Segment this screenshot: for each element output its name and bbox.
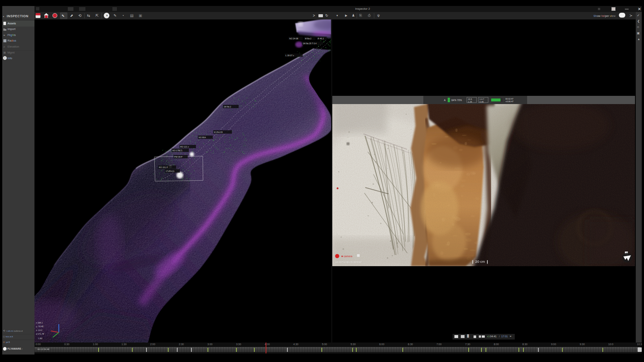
svg-text:23.5: 23.5	[468, 98, 472, 100]
svg-text:x 196.1: x 196.1	[36, 322, 43, 324]
svg-text:1.25: 1.25	[468, 101, 472, 103]
svg-text:PW 09-P: PW 09-P	[174, 156, 182, 158]
svg-text:A4 157°11'38.1"E 36°4'32": A4 157°11'38.1"E 36°4'32"	[335, 261, 362, 263]
svg-text:+0:06:47: +0:06:47	[505, 100, 514, 103]
svg-text:RO 151 P: RO 151 P	[159, 166, 168, 168]
svg-text:L 18-37 x: L 18-37 x	[285, 54, 294, 57]
svg-text:RO 121 x: RO 121 x	[180, 146, 189, 148]
svg-text:0.36: 0.36	[480, 101, 484, 103]
svg-text:1 4.7: 1 4.7	[480, 98, 484, 100]
svg-text:■ camera: ■ camera	[341, 255, 353, 258]
svg-text:NO 24-08: NO 24-08	[289, 37, 298, 40]
svg-text:17x80x11: 17x80x11	[166, 170, 174, 172]
svg-text:00:02:47: 00:02:47	[505, 98, 513, 100]
svg-text:64% 70%: 64% 70%	[451, 99, 462, 101]
svg-text:y -76.45: y -76.45	[36, 325, 43, 328]
svg-text:M 45x3 B: M 45x3 B	[214, 131, 223, 133]
svg-text:M 8a-2: M 8a-2	[305, 37, 311, 40]
svg-text:d 171.78: d 171.78	[36, 333, 44, 335]
svg-text:R 45.2: R 45.2	[318, 37, 324, 40]
svg-text:NO-17B(7): NO-17B(7)	[172, 149, 182, 152]
svg-text:1M 8a 25 T 0.4: 1M 8a 25 T 0.4	[303, 42, 317, 45]
svg-text:z -14.2: z -14.2	[36, 329, 42, 331]
svg-text:❙ 20 cm ❙: ❙ 20 cm ❙	[471, 259, 489, 264]
svg-text:1 80: 1 80	[38, 337, 42, 340]
svg-text:1M 8a 2: 1M 8a 2	[224, 106, 231, 108]
svg-text:NO 80A: NO 80A	[199, 136, 206, 139]
svg-text:A: A	[444, 99, 446, 101]
